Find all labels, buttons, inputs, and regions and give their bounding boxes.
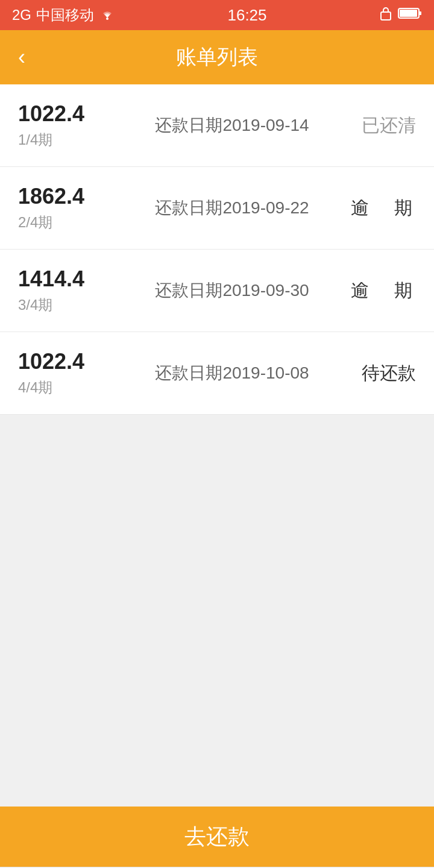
wifi-icon <box>99 7 116 24</box>
status-right <box>379 5 422 25</box>
status-left: 2G 中国移动 <box>12 5 116 25</box>
bill-left-0: 1022.4 1/4期 <box>18 101 127 149</box>
lock-icon <box>379 5 393 25</box>
carrier-label: 中国移动 <box>36 5 94 25</box>
bill-amount-3: 1022.4 <box>18 349 127 374</box>
battery-icon <box>398 7 422 24</box>
status-bar: 2G 中国移动 16:25 <box>0 0 434 30</box>
svg-point-0 <box>106 17 108 20</box>
svg-rect-3 <box>419 11 421 15</box>
bill-item[interactable]: 1414.4 3/4期 还款日期2019-09-30 逾 期 <box>0 250 434 332</box>
pay-button[interactable]: 去还款 <box>0 807 434 867</box>
bill-status-0: 已还清 <box>338 113 416 138</box>
bill-left-2: 1414.4 3/4期 <box>18 266 127 315</box>
bill-due-date-2: 还款日期2019-09-30 <box>127 279 338 302</box>
pay-button-label: 去还款 <box>184 822 250 852</box>
bill-amount-0: 1022.4 <box>18 101 127 127</box>
status-time: 16:25 <box>227 6 266 25</box>
bill-period-0: 1/4期 <box>18 130 127 149</box>
svg-rect-4 <box>400 10 417 17</box>
bill-status-1: 逾 期 <box>338 196 416 221</box>
bill-status-2: 逾 期 <box>338 278 416 303</box>
bill-due-date-0: 还款日期2019-09-14 <box>127 114 338 137</box>
bill-status-3: 待还款 <box>338 361 416 386</box>
page-title: 账单列表 <box>0 43 434 71</box>
bill-due-date-1: 还款日期2019-09-22 <box>127 197 338 219</box>
bill-period-1: 2/4期 <box>18 213 127 232</box>
back-button[interactable]: ‹ <box>12 39 31 76</box>
bill-period-3: 4/4期 <box>18 378 127 397</box>
bill-item[interactable]: 1022.4 4/4期 还款日期2019-10-08 待还款 <box>0 332 434 415</box>
svg-rect-1 <box>381 12 391 20</box>
bill-list: 1022.4 1/4期 还款日期2019-09-14 已还清 1862.4 2/… <box>0 84 434 415</box>
bill-left-3: 1022.4 4/4期 <box>18 349 127 397</box>
signal-icon: 2G <box>12 7 31 24</box>
nav-bar: ‹ 账单列表 <box>0 30 434 84</box>
bill-item[interactable]: 1022.4 1/4期 还款日期2019-09-14 已还清 <box>0 84 434 167</box>
empty-area <box>0 415 434 807</box>
black-cat-watermark: 黑猫 BLACK CAT <box>265 861 434 868</box>
bill-left-1: 1862.4 2/4期 <box>18 184 127 232</box>
bill-item[interactable]: 1862.4 2/4期 还款日期2019-09-22 逾 期 <box>0 167 434 250</box>
bill-period-2: 3/4期 <box>18 295 127 315</box>
bill-amount-1: 1862.4 <box>18 184 127 209</box>
bill-amount-2: 1414.4 <box>18 266 127 292</box>
bill-due-date-3: 还款日期2019-10-08 <box>127 362 338 385</box>
